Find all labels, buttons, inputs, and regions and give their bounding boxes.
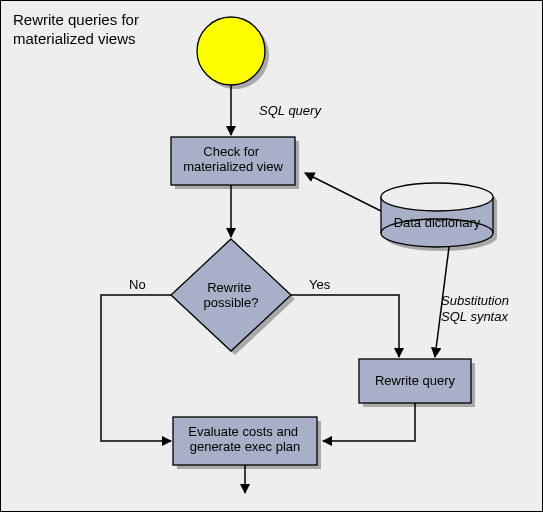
evaluate-box-text: Evaluate costs and generate exec plan <box>188 424 301 454</box>
label-sql-query: SQL query <box>259 103 321 119</box>
edge-rewrite-to-evaluate <box>323 403 415 441</box>
label-substitution: Substitution SQL syntax <box>441 293 509 324</box>
svg-point-7 <box>381 183 493 211</box>
flowchart-canvas: Rewrite queries for materialized views C… <box>0 0 543 512</box>
data-dictionary-text: Data dictionary <box>394 215 481 230</box>
edge-yes-path <box>291 295 399 357</box>
rewrite-box-text: Rewrite query <box>375 373 456 388</box>
edge-label-no: No <box>129 277 146 292</box>
decision-text: Rewrite possible? <box>204 280 259 310</box>
start-node <box>197 17 265 85</box>
edge-no-path <box>101 295 171 441</box>
edge-label-yes: Yes <box>309 277 330 292</box>
edge-dict-to-check <box>305 173 381 211</box>
flowchart-svg: Check for materialized view Data diction… <box>1 1 543 512</box>
